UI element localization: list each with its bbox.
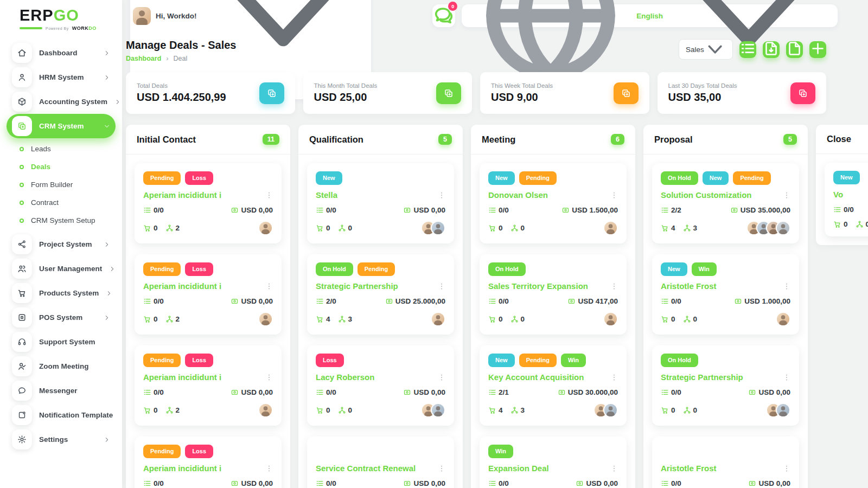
hierarchy-icon (338, 406, 346, 414)
cart-icon (833, 220, 841, 228)
deal-card[interactable]: LossLacy Roberson0/0USD 0,0000 (307, 345, 454, 426)
status-tag: Pending (519, 354, 557, 367)
deal-card[interactable]: PendingLossAperiam incididunt i0/0USD 0,… (135, 436, 282, 488)
deal-card[interactable]: WinExpansion Deal0/0USD 0,0000 (480, 436, 627, 488)
deal-card[interactable]: NewWinAristotle Frost0/0USD 1.000,0000 (652, 254, 799, 335)
sidebar-item-label: Project System (39, 240, 97, 248)
list-view-button[interactable] (739, 41, 756, 58)
kebab-menu-icon[interactable] (438, 191, 445, 199)
deal-title-link[interactable]: Sales Territory Expansion (488, 281, 588, 291)
copy-plus-icon[interactable] (614, 82, 639, 104)
column-body: NewPendingDonovan Olsen0/0USD 1.500,0000… (471, 155, 635, 488)
kebab-menu-icon[interactable] (438, 282, 445, 290)
assignee-avatar (258, 312, 273, 326)
deal-title-link[interactable]: Vo (833, 190, 843, 199)
deal-card[interactable]: Aristotle Frost0/0USD 0,0000 (652, 436, 799, 488)
sidebar-item-crm-system[interactable]: CRM System (7, 114, 116, 138)
deal-card[interactable]: PendingLossAperiam incididunt i0/0USD 0,… (135, 254, 282, 335)
copy-plus-icon[interactable] (790, 82, 815, 104)
kebab-menu-icon[interactable] (265, 282, 273, 290)
sidebar-item-notification-template[interactable]: Notification Template (7, 403, 116, 427)
deal-card[interactable]: On HoldNewPendingSolution Customization2… (652, 163, 799, 243)
deal-tags: On Hold (488, 262, 618, 276)
chevron-right-icon (104, 74, 110, 81)
sidebar-item-user-management[interactable]: User Management (7, 256, 116, 281)
deal-card[interactable]: PendingLossAperiam incididunt i0/0USD 0,… (135, 345, 282, 426)
deal-card[interactable]: Service Contract Renewal0/0USD 0,0000 (307, 436, 454, 488)
kebab-menu-icon[interactable] (265, 191, 273, 199)
deal-title-link[interactable]: Aristotle Frost (661, 464, 717, 473)
sidebar-item-dashboard[interactable]: Dashboard (7, 41, 116, 65)
kebab-menu-icon[interactable] (783, 465, 790, 472)
messages-button[interactable]: 0 (432, 4, 455, 27)
deal-tags: PendingLoss (143, 171, 273, 185)
deal-title-link[interactable]: Aperiam incididunt i (143, 281, 221, 291)
status-tag: Pending (143, 445, 181, 458)
deal-title-link[interactable]: Lacy Roberson (316, 373, 374, 382)
kebab-menu-icon[interactable] (438, 374, 445, 381)
kebab-menu-icon[interactable] (610, 282, 618, 290)
deal-card[interactable]: On HoldStrategic Partnership0/0USD 0,000… (652, 345, 799, 426)
deal-title-link[interactable]: Key Account Acquisition (488, 373, 584, 382)
pipeline-select[interactable]: Sales (679, 39, 733, 60)
deal-title-link[interactable]: Strategic Partnership (316, 281, 398, 291)
breadcrumb-dashboard-link[interactable]: Dashboard (126, 55, 161, 62)
deal-title-link[interactable]: Solution Customization (661, 190, 751, 200)
stat-label: This Month Total Deals (314, 82, 378, 89)
deal-title-link[interactable]: Donovan Olsen (488, 190, 548, 200)
sidebar-subitem-contract[interactable]: Contract (7, 194, 116, 211)
kebab-menu-icon[interactable] (438, 465, 445, 472)
deal-title-link[interactable]: Strategic Partnership (661, 373, 743, 382)
deal-products: 4 (671, 224, 675, 232)
deal-card[interactable]: On HoldPendingStrategic Partnership2/0US… (307, 254, 454, 335)
kebab-menu-icon[interactable] (783, 282, 790, 290)
deal-tasks: 0/0 (671, 297, 681, 305)
sidebar-subitem-crm-system-setup[interactable]: CRM System Setup (7, 211, 116, 229)
status-tag: On Hold (488, 262, 526, 276)
deal-card[interactable]: NewStella0/0USD 0,0000 (307, 163, 454, 243)
deal-value: USD 417,00 (578, 297, 618, 305)
add-deal-button[interactable] (809, 41, 826, 58)
deal-title-link[interactable]: Expansion Deal (488, 464, 549, 473)
copy-plus-icon[interactable] (436, 82, 461, 104)
kebab-menu-icon[interactable] (265, 465, 273, 472)
sidebar-subitem-leads[interactable]: Leads (7, 140, 116, 158)
sidebar-item-accounting-system[interactable]: Accounting System (7, 89, 116, 114)
sidebar-subitem-form-builder[interactable]: Form Builder (7, 176, 116, 194)
sidebar-subitem-deals[interactable]: Deals (7, 158, 116, 176)
deal-card[interactable]: NewPendingDonovan Olsen0/0USD 1.500,0000 (480, 163, 627, 243)
deal-title-link[interactable]: Aperiam incididunt i (143, 464, 221, 473)
copy-plus-icon[interactable] (259, 82, 284, 104)
sidebar-item-hrm-system[interactable]: HRM System (7, 65, 116, 89)
sidebar-item-messenger[interactable]: Messenger (7, 378, 116, 403)
deal-tags (316, 445, 445, 458)
deal-card[interactable]: On HoldSales Territory Expansion0/0USD 4… (480, 254, 627, 335)
deal-card[interactable]: NewVo0/0USD 0,0000 (825, 163, 868, 236)
deal-title-link[interactable]: Aperiam incididunt i (143, 373, 221, 382)
sidebar-item-settings[interactable]: Settings (7, 427, 116, 452)
kebab-menu-icon[interactable] (610, 374, 618, 381)
deal-card[interactable]: PendingLossAperiam incididunt i0/0USD 0,… (135, 163, 282, 243)
deal-avatars (608, 312, 618, 326)
sidebar-item-pos-system[interactable]: POS System (7, 305, 116, 330)
deal-title-link[interactable]: Aperiam incididunt i (143, 190, 221, 200)
kebab-menu-icon[interactable] (783, 191, 790, 199)
deal-title-link[interactable]: Stella (316, 190, 337, 200)
hierarchy-icon (683, 224, 691, 232)
sidebar-item-project-system[interactable]: Project System (7, 232, 116, 256)
language-selector[interactable]: English (462, 4, 838, 27)
deal-title-link[interactable]: Service Contract Renewal (316, 464, 416, 473)
sidebar-item-support-system[interactable]: Support System (7, 330, 116, 354)
sidebar-item-zoom-meeting[interactable]: Zoom Meeting (7, 354, 116, 378)
deal-title-link[interactable]: Aristotle Frost (661, 281, 717, 291)
import-button[interactable] (786, 41, 803, 58)
app-logo[interactable]: ERPGO Powered By WORKDO (0, 0, 122, 34)
kebab-menu-icon[interactable] (610, 465, 618, 472)
kebab-menu-icon[interactable] (610, 191, 618, 199)
kebab-menu-icon[interactable] (265, 374, 273, 381)
export-button[interactable] (763, 41, 780, 58)
kebab-menu-icon[interactable] (783, 374, 790, 381)
sidebar-item-products-system[interactable]: Products System (7, 281, 116, 305)
tasks-icon (316, 479, 324, 487)
deal-card[interactable]: NewPendingWinKey Account Acquisition2/1U… (480, 345, 627, 426)
